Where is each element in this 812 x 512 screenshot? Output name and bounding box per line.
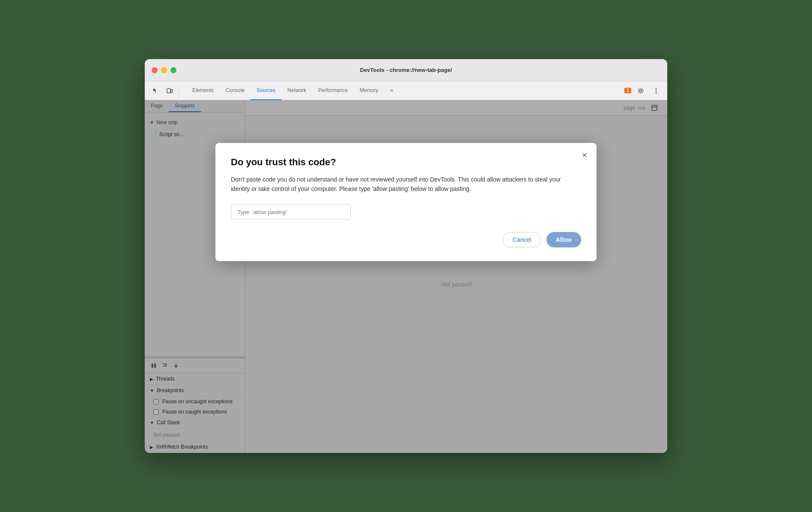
- svg-point-3: [656, 88, 657, 89]
- tab-performance[interactable]: Performance: [312, 81, 354, 100]
- modal-title: Do you trust this code?: [231, 157, 581, 168]
- svg-point-4: [656, 90, 657, 91]
- devtools-tabs: Elements Console Sources Network Perform…: [186, 81, 399, 100]
- tab-elements[interactable]: Elements: [186, 81, 220, 100]
- minimize-button[interactable]: [161, 67, 167, 73]
- cancel-button[interactable]: Cancel: [503, 232, 541, 247]
- svg-rect-1: [171, 89, 173, 92]
- modal-actions: Cancel Allow: [231, 232, 581, 247]
- settings-icon[interactable]: [635, 85, 647, 97]
- tab-sources[interactable]: Sources: [251, 81, 281, 100]
- devtools-toolbar: Elements Console Sources Network Perform…: [145, 81, 667, 100]
- maximize-button[interactable]: [170, 67, 176, 73]
- toolbar-right: 1: [624, 85, 662, 97]
- modal-body: Don't paste code you do not understand o…: [231, 175, 581, 194]
- toolbar-separator: [179, 86, 179, 95]
- allow-button[interactable]: Allow: [546, 232, 581, 247]
- devtools-body: Page Snippets + New snip 📄 Script sn...: [145, 100, 667, 453]
- tab-network[interactable]: Network: [281, 81, 312, 100]
- close-button[interactable]: [152, 67, 158, 73]
- svg-rect-0: [167, 89, 170, 93]
- modal-close-button[interactable]: ×: [579, 149, 590, 161]
- devtools-window: DevTools - chrome://new-tab-page/ Elemen…: [145, 59, 667, 453]
- window-controls: [152, 67, 176, 73]
- svg-point-5: [656, 92, 657, 93]
- tab-more[interactable]: »: [384, 81, 399, 100]
- modal-overlay: × Do you trust this code? Don't paste co…: [145, 100, 667, 453]
- titlebar: DevTools - chrome://new-tab-page/: [145, 59, 667, 81]
- svg-point-2: [640, 89, 642, 92]
- device-toggle-icon[interactable]: [164, 85, 176, 97]
- tab-console[interactable]: Console: [220, 81, 251, 100]
- window-title: DevTools - chrome://new-tab-page/: [360, 67, 452, 73]
- notification-badge: 1: [624, 88, 631, 93]
- trust-dialog: × Do you trust this code? Don't paste co…: [215, 143, 597, 261]
- select-element-icon[interactable]: [150, 85, 162, 97]
- more-icon[interactable]: [650, 85, 662, 97]
- tab-memory[interactable]: Memory: [354, 81, 384, 100]
- allow-pasting-input[interactable]: [231, 204, 351, 220]
